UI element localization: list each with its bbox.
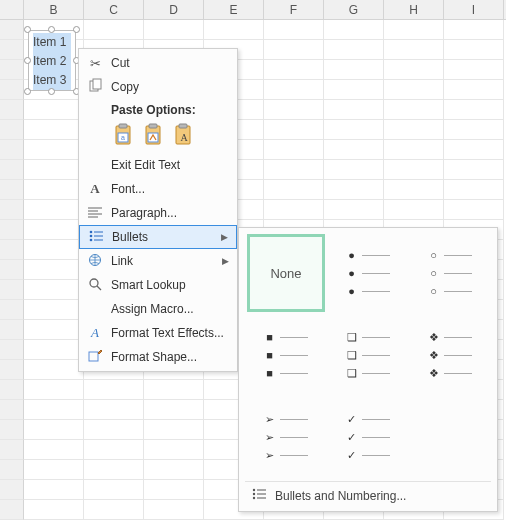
menu-label: Link (111, 254, 133, 268)
col-header[interactable]: H (384, 0, 444, 19)
resize-handle[interactable] (24, 57, 31, 64)
scissors-icon: ✂ (85, 56, 105, 71)
menu-label: Smart Lookup (111, 278, 186, 292)
menu-font[interactable]: A Font... (79, 177, 237, 201)
chevron-right-icon: ▶ (221, 232, 228, 242)
bullet-disc[interactable]: ● ● ● (329, 234, 407, 312)
col-header[interactable]: D (144, 0, 204, 19)
menu-format-text-effects[interactable]: A Format Text Effects... (79, 321, 237, 345)
bullets-icon (249, 488, 269, 503)
paste-keep-source-button[interactable]: a (111, 121, 135, 147)
menu-smart-lookup[interactable]: Smart Lookup (79, 273, 237, 297)
col-header[interactable]: C (84, 0, 144, 19)
bullets-icon (86, 230, 106, 245)
col-header[interactable]: F (264, 0, 324, 19)
menu-format-shape[interactable]: Format Shape... (79, 345, 237, 369)
text-effects-icon: A (85, 325, 105, 341)
svg-rect-3 (119, 124, 127, 128)
bullet-check[interactable]: ✓ ✓ ✓ (329, 398, 407, 476)
paragraph-icon (85, 206, 105, 221)
bullet-filled-square[interactable]: ■ ■ ■ (247, 316, 325, 394)
resize-handle[interactable] (73, 26, 80, 33)
menu-bullets[interactable]: Bullets ▶ (79, 225, 237, 249)
menu-label: Copy (111, 80, 139, 94)
menu-label: Cut (111, 56, 130, 70)
svg-point-30 (253, 497, 255, 499)
textbox-line: Item 1 (33, 33, 71, 52)
svg-point-20 (90, 238, 93, 241)
menu-exit-edit-text[interactable]: Exit Edit Text (79, 153, 237, 177)
link-icon (85, 253, 105, 270)
menu-label: Font... (111, 182, 145, 196)
none-label: None (270, 266, 301, 281)
bullet-circle[interactable]: ○ ○ ○ (411, 234, 489, 312)
resize-handle[interactable] (24, 26, 31, 33)
paste-text-only-button[interactable]: A (171, 121, 195, 147)
bullet-diamond[interactable]: ❖ ❖ ❖ (411, 316, 489, 394)
copy-icon (85, 79, 105, 96)
col-header[interactable]: E (204, 0, 264, 19)
format-shape-icon (85, 349, 105, 366)
svg-text:a: a (121, 134, 125, 141)
svg-rect-1 (93, 79, 101, 89)
menu-label: Format Shape... (111, 350, 197, 364)
menu-label: Bullets (112, 230, 148, 244)
bullet-arrow[interactable]: ➢ ➢ ➢ (247, 398, 325, 476)
context-menu: ✂ Cut Copy Paste Options: a A Exit Edit … (78, 48, 238, 372)
menu-label: Bullets and Numbering... (275, 489, 406, 503)
svg-point-26 (253, 489, 255, 491)
column-header-row: B C D E F G H I (0, 0, 506, 20)
menu-assign-macro[interactable]: Assign Macro... (79, 297, 237, 321)
paste-options-label: Paste Options: (79, 99, 237, 119)
col-header[interactable]: B (24, 0, 84, 19)
svg-point-18 (90, 234, 93, 237)
svg-point-23 (90, 279, 98, 287)
bullet-gallery: None ● ● ● ○ ○ ○ ■ ■ ■ ❑ ❑ ❑ ❖ ❖ ❖ ➢ ➢ (238, 227, 498, 512)
resize-handle[interactable] (48, 26, 55, 33)
svg-line-24 (97, 286, 101, 290)
bullets-and-numbering[interactable]: Bullets and Numbering... (245, 481, 491, 505)
resize-handle[interactable] (48, 88, 55, 95)
chevron-right-icon: ▶ (222, 256, 229, 266)
col-header[interactable]: G (324, 0, 384, 19)
menu-label: Exit Edit Text (111, 158, 180, 172)
font-icon: A (85, 181, 105, 197)
menu-link[interactable]: Link ▶ (79, 249, 237, 273)
search-icon (85, 277, 105, 294)
svg-rect-7 (149, 124, 157, 128)
svg-point-16 (90, 230, 93, 233)
textbox-line: Item 2 (33, 52, 71, 71)
menu-label: Format Text Effects... (111, 326, 224, 340)
menu-copy[interactable]: Copy (79, 75, 237, 99)
menu-label: Assign Macro... (111, 302, 194, 316)
bullet-none[interactable]: None (247, 234, 325, 312)
col-header[interactable]: I (444, 0, 504, 19)
svg-text:A: A (180, 132, 188, 143)
svg-point-28 (253, 493, 255, 495)
svg-rect-10 (179, 124, 187, 128)
svg-rect-25 (89, 352, 98, 361)
menu-label: Paragraph... (111, 206, 177, 220)
paste-merge-button[interactable] (141, 121, 165, 147)
paste-options-row: a A (79, 119, 237, 153)
textbox-shape[interactable]: Item 1 Item 2 Item 3 (28, 30, 76, 91)
bullet-hollow-square[interactable]: ❑ ❑ ❑ (329, 316, 407, 394)
menu-paragraph[interactable]: Paragraph... (79, 201, 237, 225)
menu-cut[interactable]: ✂ Cut (79, 51, 237, 75)
resize-handle[interactable] (24, 88, 31, 95)
